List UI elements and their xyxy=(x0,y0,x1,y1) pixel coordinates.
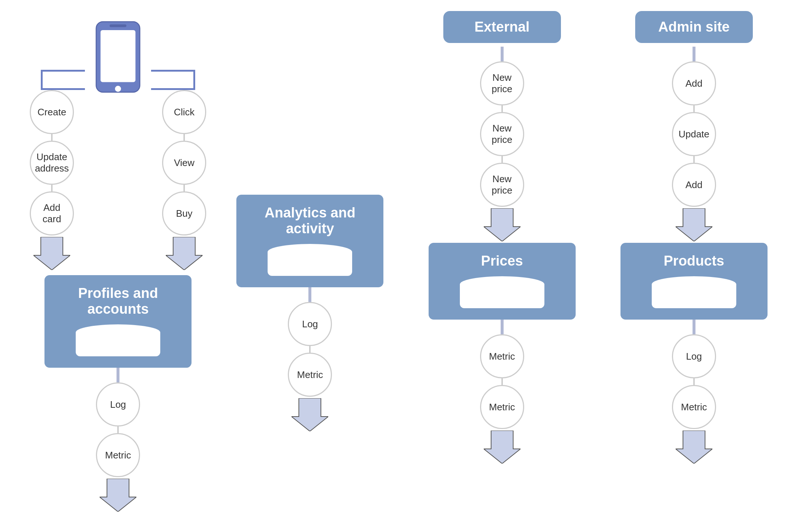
circle-click: Click xyxy=(162,90,206,134)
phone-section: Create Updateaddress Addcard xyxy=(30,11,206,271)
db-analytics: Analytics and activity xyxy=(236,195,383,287)
db-label-products: Products xyxy=(664,253,725,269)
circle-update-address: Updateaddress xyxy=(30,141,74,185)
chain-external: Newprice Newprice Newprice xyxy=(414,61,590,207)
connector-admin-down xyxy=(693,47,695,61)
connector-profiles-out xyxy=(117,368,119,382)
box-admin: Admin site xyxy=(635,11,753,43)
db-prices: Prices xyxy=(429,243,576,320)
arrow-right xyxy=(166,237,203,270)
circle-log-products: Log xyxy=(672,334,716,378)
svg-marker-0 xyxy=(33,237,70,270)
left-actions: Create Updateaddress Addcard xyxy=(19,70,85,271)
circle-create: Create xyxy=(30,90,74,134)
db-profiles: Profiles and accounts xyxy=(44,275,192,368)
svg-rect-2 xyxy=(101,30,136,82)
arrow-analytics-out xyxy=(291,398,328,431)
circle-new-price-2: Newprice xyxy=(480,112,524,156)
arrow-left xyxy=(33,237,70,270)
cylinder-products xyxy=(652,276,736,309)
phone-icon xyxy=(89,18,147,96)
arrow-products-out xyxy=(676,431,712,464)
svg-rect-3 xyxy=(110,24,126,27)
column-profiles: Create Updateaddress Addcard xyxy=(30,11,206,513)
svg-marker-11 xyxy=(676,431,712,464)
circle-metric-products: Metric xyxy=(672,385,716,429)
svg-marker-7 xyxy=(291,398,328,431)
left-chain: Create Updateaddress Addcard xyxy=(19,90,85,235)
db-label-prices: Prices xyxy=(481,253,523,269)
circle-update: Update xyxy=(672,112,716,156)
circle-add-1: Add xyxy=(672,61,716,105)
arrow-products-in xyxy=(676,208,712,241)
circle-log-analytics: Log xyxy=(288,302,332,346)
svg-marker-5 xyxy=(166,237,203,270)
arrow-profiles-out xyxy=(100,479,136,512)
column-analytics: Analytics and activity Log Metric xyxy=(222,195,398,433)
connector-analytics-out xyxy=(308,287,311,302)
circle-new-price-1: Newprice xyxy=(480,61,524,105)
output-chain-profiles: Log Metric xyxy=(30,382,206,477)
circle-metric-prices-1: Metric xyxy=(480,334,524,378)
output-chain-analytics: Log Metric xyxy=(222,302,398,397)
circle-new-price-3: Newprice xyxy=(480,163,524,207)
column-products: Admin site Add Update Add Products xyxy=(606,11,782,465)
db-label-profiles: Profiles and accounts xyxy=(52,285,184,317)
right-actions: Click View Buy xyxy=(151,70,217,271)
svg-marker-6 xyxy=(100,479,136,512)
circle-metric-analytics: Metric xyxy=(288,353,332,397)
svg-marker-9 xyxy=(484,431,521,464)
circle-view: View xyxy=(162,141,206,185)
cylinder-analytics xyxy=(268,244,352,277)
diagram-container: Create Updateaddress Addcard xyxy=(0,0,812,522)
db-label-analytics: Analytics and activity xyxy=(244,205,376,237)
output-chain-products: Log Metric xyxy=(606,334,782,429)
svg-marker-8 xyxy=(484,208,521,241)
connector-external-down xyxy=(501,47,504,61)
chain-admin: Add Update Add xyxy=(606,61,782,207)
arrow-prices-out xyxy=(484,431,521,464)
circle-add-card: Addcard xyxy=(30,191,74,235)
circle-metric-profiles: Metric xyxy=(96,433,140,477)
arrow-prices-in xyxy=(484,208,521,241)
circle-buy: Buy xyxy=(162,191,206,235)
cylinder-profiles xyxy=(76,324,160,357)
circle-metric-prices-2: Metric xyxy=(480,385,524,429)
svg-point-4 xyxy=(115,86,121,92)
box-external: External xyxy=(443,11,561,43)
connector-products-out xyxy=(693,320,695,334)
circle-log-profiles: Log xyxy=(96,382,140,426)
db-products: Products xyxy=(620,243,768,320)
svg-marker-10 xyxy=(676,208,712,241)
output-chain-prices: Metric Metric xyxy=(414,334,590,429)
connector-prices-out xyxy=(501,320,504,334)
cylinder-prices xyxy=(460,276,544,309)
column-prices: External Newprice Newprice Newprice Pric… xyxy=(414,11,590,465)
circle-add-2: Add xyxy=(672,163,716,207)
right-chain: Click View Buy xyxy=(151,90,217,235)
